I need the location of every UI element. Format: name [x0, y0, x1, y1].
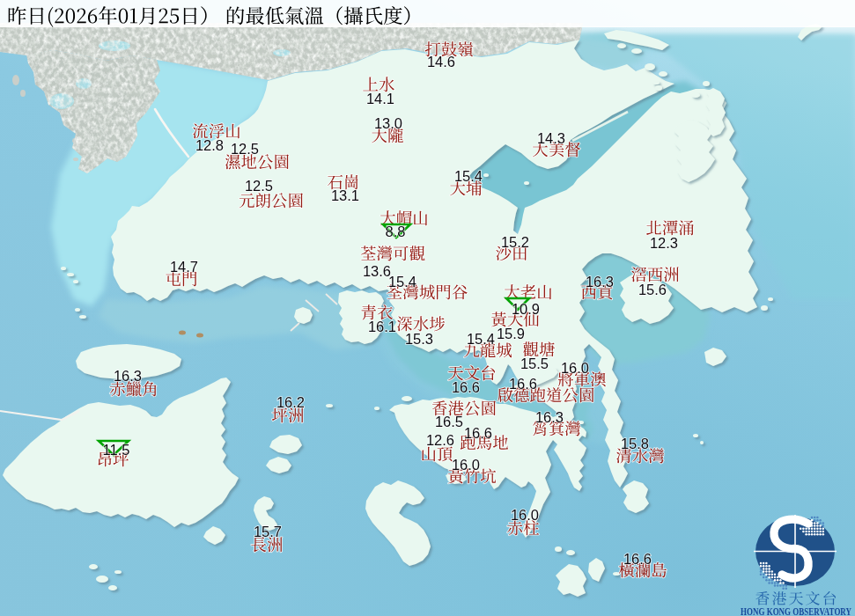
svg-text:16.3: 16.3 [586, 274, 614, 290]
svg-text:12.5: 12.5 [245, 178, 273, 194]
svg-text:16.6: 16.6 [623, 551, 652, 567]
svg-text:16.3: 16.3 [114, 368, 142, 384]
svg-text:14.1: 14.1 [366, 91, 394, 106]
svg-text:15.4: 15.4 [388, 274, 416, 290]
svg-text:15.4: 15.4 [454, 168, 483, 184]
svg-text:16.5: 16.5 [435, 414, 463, 429]
svg-text:15.5: 15.5 [520, 356, 549, 371]
svg-text:15.8: 15.8 [621, 436, 649, 451]
svg-text:15.3: 15.3 [405, 331, 433, 347]
svg-text:13.6: 13.6 [363, 263, 391, 279]
svg-text:14.6: 14.6 [427, 54, 455, 70]
svg-text:HONG KONG OBSERVATORY: HONG KONG OBSERVATORY [741, 605, 851, 616]
svg-text:13.1: 13.1 [331, 187, 359, 203]
svg-text:12.3: 12.3 [650, 235, 678, 251]
svg-text:16.3: 16.3 [535, 409, 564, 425]
svg-text:15.7: 15.7 [254, 524, 282, 539]
svg-text:16.0: 16.0 [561, 360, 589, 376]
svg-text:14.3: 14.3 [537, 130, 565, 146]
svg-text:15.2: 15.2 [501, 234, 529, 250]
svg-text:15.4: 15.4 [467, 331, 495, 347]
svg-text:16.1: 16.1 [368, 319, 396, 334]
svg-text:8.8: 8.8 [386, 224, 406, 239]
svg-text:16.6: 16.6 [464, 425, 492, 441]
svg-text:16.0: 16.0 [511, 507, 539, 523]
svg-text:16.6: 16.6 [452, 379, 480, 395]
svg-text:10.9: 10.9 [512, 301, 540, 317]
svg-text:15.9: 15.9 [497, 326, 525, 341]
svg-text:11.5: 11.5 [103, 442, 130, 458]
svg-text:16.2: 16.2 [276, 394, 305, 410]
svg-text:12.5: 12.5 [231, 141, 259, 157]
svg-text:16.0: 16.0 [452, 457, 480, 473]
svg-text:12.8: 12.8 [195, 137, 224, 153]
svg-text:12.6: 12.6 [426, 432, 454, 448]
svg-text:13.0: 13.0 [374, 115, 402, 131]
svg-text:16.6: 16.6 [509, 376, 537, 392]
svg-text:15.6: 15.6 [638, 282, 667, 297]
svg-text:14.7: 14.7 [170, 259, 198, 275]
